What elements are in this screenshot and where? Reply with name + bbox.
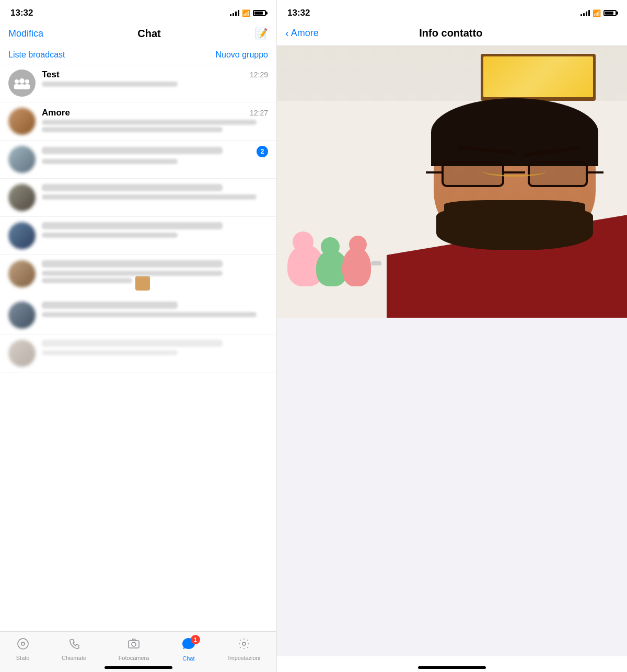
avatar [8, 260, 36, 287]
glasses-arm-left [426, 171, 442, 173]
chat-name: Test [42, 69, 60, 80]
chat-top-row: Amore 12:27 [42, 108, 268, 118]
chat-time: 12:27 [250, 109, 268, 117]
svg-point-10 [242, 642, 246, 645]
chat-content: 00:00 [42, 302, 268, 317]
contact-photo [277, 46, 627, 318]
chat-preview [42, 120, 268, 132]
nav-label-impostazioni: Impostazioni [228, 655, 260, 661]
mummy-head [349, 236, 367, 253]
chat-top-row: 00:00 [42, 260, 268, 269]
chat-top-row: 00:00 [42, 302, 268, 310]
preview-line [42, 350, 178, 355]
signal-icon-right [580, 10, 590, 16]
preview-line [42, 260, 223, 268]
nav-item-stato[interactable]: Stato [16, 638, 30, 661]
chat-preview [42, 159, 268, 164]
preview-line [42, 147, 223, 154]
fotocamera-icon [127, 638, 140, 653]
chat-name: Amore [42, 108, 70, 118]
nav-item-chat[interactable]: 1 Chat [181, 637, 196, 662]
chat-badge: 1 [191, 635, 200, 644]
chat-content: Amore 12:27 [42, 108, 268, 132]
chat-content: 00:00 [42, 260, 268, 291]
list-item[interactable]: 00:00 [0, 217, 276, 255]
preview-line [42, 312, 257, 317]
chiamate-icon [68, 638, 80, 653]
preview-line [42, 120, 257, 125]
list-item[interactable]: 00:00 [0, 179, 276, 217]
status-icons-right: 📶 [580, 9, 617, 17]
chevron-left-icon: ‹ [285, 27, 289, 39]
right-home-indicator [277, 656, 627, 672]
right-panel: 13:32 📶 ‹ Amore Info contatto [277, 0, 627, 672]
chat-preview [42, 194, 268, 200]
window-light [483, 56, 593, 97]
compose-icon[interactable]: 📝 [255, 27, 268, 40]
home-bar-right [418, 666, 486, 669]
avatar [8, 340, 36, 367]
left-panel: 13:32 📶 Modifica Chat 📝 Liste broadcast … [0, 0, 277, 672]
preview-line [42, 302, 178, 309]
list-item[interactable]: Test 12:29 [0, 64, 276, 102]
svg-point-6 [18, 639, 28, 649]
door-handle [371, 261, 381, 265]
bottom-nav: Stato Chiamate Fotocamera [0, 631, 276, 672]
list-item[interactable]: Amore 12:27 [0, 102, 276, 141]
status-bar-right: 13:32 📶 [277, 0, 627, 23]
chat-preview [42, 312, 268, 317]
list-item[interactable]: 00:00 [0, 296, 276, 334]
chat-header: Modifica Chat 📝 [0, 23, 276, 46]
nav-item-fotocamera[interactable]: Fotocamera [119, 638, 149, 661]
nav-item-chiamate[interactable]: Chiamate [62, 638, 86, 661]
broadcast-bar: Liste broadcast Nuovo gruppo [0, 46, 276, 64]
chat-preview [42, 271, 268, 291]
svg-point-9 [132, 642, 136, 646]
chat-top-row: Test 12:29 [42, 69, 268, 80]
status-icons-left: 📶 [230, 9, 266, 17]
hair [431, 98, 598, 166]
chat-top-row: 00:00 [42, 340, 268, 349]
chat-content: 00:00 [42, 340, 268, 355]
avatar [8, 222, 36, 249]
new-group-link[interactable]: Nuovo gruppo [215, 50, 268, 60]
chat-content: 00:00 [42, 222, 268, 238]
list-item[interactable]: 00:00 [0, 334, 276, 373]
nav-item-impostazioni[interactable]: Impostazioni [228, 638, 260, 661]
time-left: 13:32 [10, 8, 33, 18]
signal-icon [230, 10, 239, 16]
edit-button[interactable]: Modifica [8, 28, 43, 39]
contact-info-header: ‹ Amore Info contatto [277, 23, 627, 46]
list-item[interactable]: 00:00 [0, 255, 276, 296]
chat-title: Chat [137, 28, 160, 40]
preview-line [42, 278, 132, 283]
contact-photo-container [277, 46, 627, 656]
svg-point-0 [19, 78, 25, 84]
stato-icon [17, 638, 29, 653]
sticker-area [287, 224, 371, 286]
time-right: 13:32 [287, 8, 310, 18]
chat-time: 12:29 [250, 71, 268, 79]
back-button[interactable]: ‹ Amore [285, 27, 319, 39]
battery-icon [253, 10, 266, 16]
nav-label-fotocamera: Fotocamera [119, 655, 149, 661]
broadcast-link[interactable]: Liste broadcast [8, 50, 65, 60]
nav-label-chat: Chat [182, 655, 194, 662]
wifi-icon-right: 📶 [593, 9, 601, 17]
svg-point-7 [21, 642, 25, 645]
preview-line [42, 159, 178, 164]
necklace [483, 166, 546, 177]
chat-preview [42, 82, 268, 87]
preview-line [42, 222, 223, 229]
preview-line [42, 184, 223, 191]
preview-line [42, 127, 223, 132]
avatar [8, 108, 36, 135]
glasses-arm-right [588, 171, 603, 173]
nav-label-chiamate: Chiamate [62, 655, 86, 661]
list-item[interactable]: 00:00 2 [0, 141, 276, 179]
preview-line [42, 233, 178, 238]
wifi-icon: 📶 [242, 9, 250, 17]
nav-label-stato: Stato [16, 655, 30, 661]
preview-line [42, 271, 223, 276]
peppa-head [293, 231, 314, 252]
